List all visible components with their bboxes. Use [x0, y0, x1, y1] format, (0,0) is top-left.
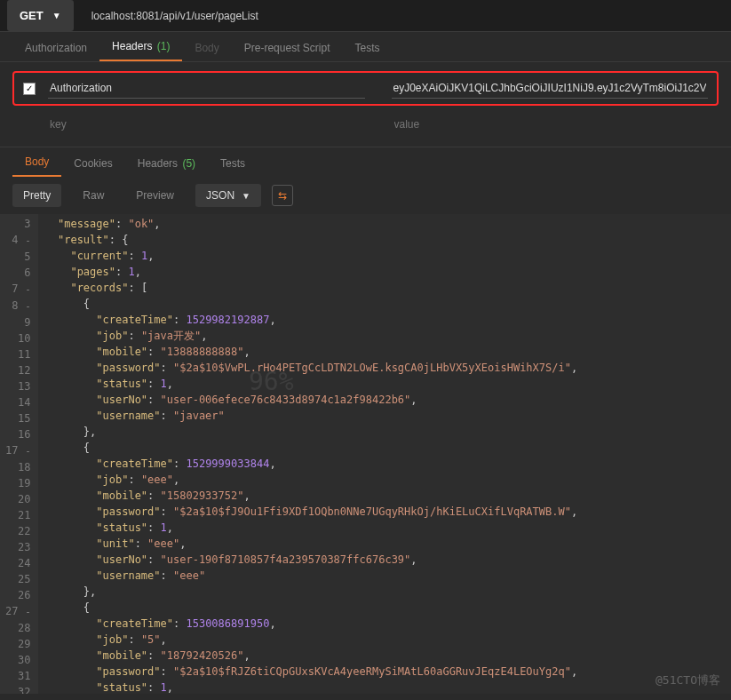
- chevron-down-icon: ▼: [52, 11, 61, 20]
- response-toolbar: Pretty Raw Preview JSON ▼ ⇆: [0, 177, 731, 214]
- http-method-dropdown[interactable]: GET ▼: [7, 0, 74, 31]
- format-label: JSON: [206, 189, 234, 202]
- footer-watermark: @51CTO博客: [656, 672, 720, 688]
- headers-count: (1): [157, 40, 171, 52]
- tab-headers[interactable]: Headers (1): [99, 33, 182, 61]
- request-bar: GET ▼: [0, 0, 731, 32]
- header-value-input[interactable]: [392, 78, 709, 99]
- wrap-lines-icon[interactable]: ⇆: [272, 185, 293, 206]
- tab-resp-headers[interactable]: Headers (5): [125, 150, 208, 177]
- request-tabs: Authorization Headers (1) Body Pre-reque…: [0, 32, 731, 62]
- tab-headers-label: Headers: [112, 40, 152, 52]
- url-input[interactable]: [91, 4, 731, 28]
- resp-headers-count: (5): [182, 157, 195, 170]
- tab-body[interactable]: Body: [182, 35, 231, 61]
- http-method-label: GET: [20, 9, 44, 22]
- header-key-input[interactable]: [48, 78, 365, 99]
- pretty-button[interactable]: Pretty: [12, 184, 61, 207]
- format-dropdown[interactable]: JSON ▼: [195, 184, 261, 207]
- tab-resp-headers-label: Headers: [138, 157, 178, 170]
- raw-button[interactable]: Raw: [72, 184, 115, 207]
- header-value-placeholder[interactable]: [393, 115, 711, 134]
- line-gutter: 3456789101112131415161718192021222324252…: [0, 214, 38, 694]
- code-content: "message": "ok", "result": { "current": …: [38, 214, 578, 694]
- headers-editor: ✓: [0, 62, 731, 147]
- tab-resp-cookies[interactable]: Cookies: [61, 150, 124, 177]
- chevron-down-icon: ▼: [242, 191, 250, 201]
- response-body-viewer[interactable]: 3456789101112131415161718192021222324252…: [0, 214, 731, 694]
- header-new-row: [12, 111, 719, 143]
- header-key-placeholder[interactable]: [48, 115, 366, 134]
- tab-prerequest[interactable]: Pre-request Script: [232, 35, 343, 61]
- tab-authorization[interactable]: Authorization: [12, 35, 99, 61]
- tab-tests[interactable]: Tests: [342, 35, 392, 61]
- preview-button[interactable]: Preview: [125, 184, 185, 207]
- header-row: ✓: [12, 71, 719, 106]
- tab-resp-tests[interactable]: Tests: [208, 150, 258, 177]
- response-tabs: Body Cookies Headers (5) Tests: [0, 147, 731, 177]
- tab-resp-body[interactable]: Body: [12, 148, 61, 177]
- header-enabled-checkbox[interactable]: ✓: [23, 83, 36, 95]
